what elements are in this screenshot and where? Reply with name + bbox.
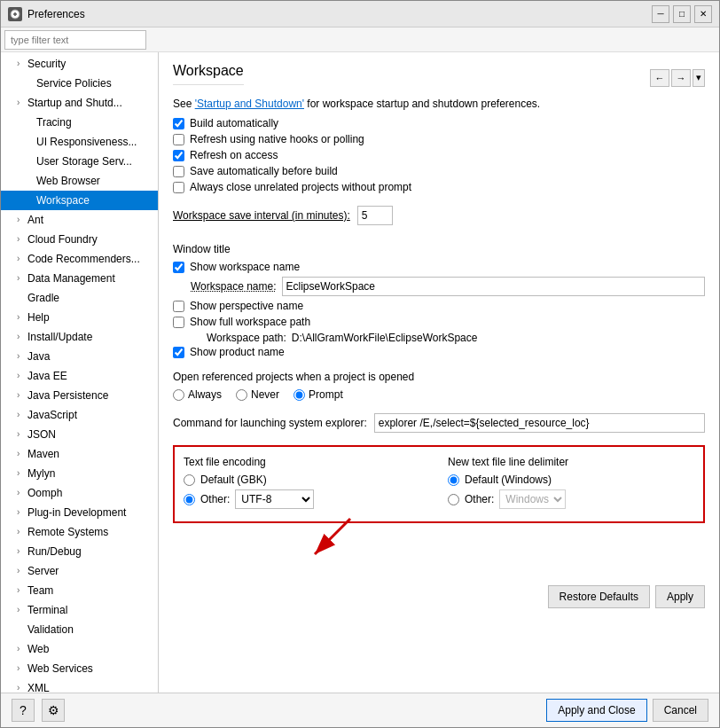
show-workspace-name-label[interactable]: Show workspace name xyxy=(190,261,300,273)
sidebar-item-ant[interactable]: ›Ant xyxy=(1,210,158,230)
sidebar-item-startup-shutdown[interactable]: ›Startup and Shutd... xyxy=(1,93,158,113)
sidebar-item-server[interactable]: ›Server xyxy=(1,561,158,581)
radio-never[interactable] xyxy=(236,389,247,401)
show-product-checkbox[interactable] xyxy=(173,347,184,358)
sidebar-label-json: JSON xyxy=(27,427,56,442)
newline-dropdown[interactable]: Windows Unix Mac xyxy=(499,489,566,509)
interval-input[interactable] xyxy=(357,206,393,225)
checkbox-label-close-unrelated[interactable]: Always close unrelated projects without … xyxy=(190,181,411,193)
encoding-other-radio[interactable] xyxy=(184,494,195,505)
sidebar-item-run-debug[interactable]: ›Run/Debug xyxy=(1,542,158,561)
encoding-dropdown[interactable]: UTF-8 GBK ISO-8859-1 xyxy=(235,489,314,509)
sidebar-item-code-recommenders[interactable]: ›Code Recommenders... xyxy=(1,249,158,269)
sidebar-item-data-management[interactable]: ›Data Management xyxy=(1,269,158,288)
checkbox-save-before-build[interactable] xyxy=(173,166,184,177)
checkbox-label-build-auto[interactable]: Build automatically xyxy=(190,117,278,129)
startup-link[interactable]: 'Startup and Shutdown' xyxy=(195,98,304,110)
radio-prompt[interactable] xyxy=(293,389,305,401)
open-projects-label: Open referenced projects when a project … xyxy=(173,371,705,383)
checkbox-label-refresh-native[interactable]: Refresh using native hooks or polling xyxy=(190,133,364,145)
sidebar-item-help[interactable]: ›Help xyxy=(1,308,158,327)
sidebar-item-user-storage[interactable]: User Storage Serv... xyxy=(1,152,158,171)
newline-default-radio[interactable] xyxy=(448,474,459,486)
workspace-name-input[interactable] xyxy=(282,277,706,296)
main-panel: Workspace ← → ▾ See 'Startup and Shutdow… xyxy=(159,52,719,693)
command-input[interactable] xyxy=(374,413,705,433)
filter-input[interactable] xyxy=(4,30,146,50)
action-buttons-row: Restore Defaults Apply xyxy=(173,585,705,608)
sidebar-item-java[interactable]: ›Java xyxy=(1,347,158,366)
svg-line-2 xyxy=(315,519,350,554)
sidebar-label-tracing: Tracing xyxy=(36,114,72,130)
show-product-label[interactable]: Show product name xyxy=(190,346,285,358)
sidebar-item-json[interactable]: ›JSON xyxy=(1,425,158,444)
sidebar-item-web-services[interactable]: ›Web Services xyxy=(1,659,158,678)
nav-dropdown-button[interactable]: ▾ xyxy=(693,69,705,87)
show-perspective-label[interactable]: Show perspective name xyxy=(190,300,303,312)
cancel-button[interactable]: Cancel xyxy=(653,699,708,722)
newline-default-label[interactable]: Default (Windows) xyxy=(465,474,552,486)
checkbox-close-unrelated[interactable] xyxy=(173,182,184,193)
sidebar-item-terminal[interactable]: ›Terminal xyxy=(1,600,158,620)
show-workspace-name-checkbox[interactable] xyxy=(173,262,184,273)
checkbox-refresh-access[interactable] xyxy=(173,150,184,161)
nav-back-button[interactable]: ← xyxy=(650,69,669,87)
command-row: Command for launching system explorer: xyxy=(173,413,705,433)
radio-always[interactable] xyxy=(173,389,184,401)
maximize-button[interactable]: □ xyxy=(673,5,691,23)
sidebar-item-workspace[interactable]: Workspace xyxy=(1,191,158,210)
apply-close-button[interactable]: Apply and Close xyxy=(546,699,646,722)
sidebar-item-validation[interactable]: Validation xyxy=(1,620,158,639)
sidebar-item-security[interactable]: ›Security xyxy=(1,54,158,74)
encoding-other-label[interactable]: Other: xyxy=(200,493,230,505)
sidebar-item-tracing[interactable]: Tracing xyxy=(1,113,158,132)
show-full-path-checkbox[interactable] xyxy=(173,317,184,328)
newline-other-radio[interactable] xyxy=(448,494,459,505)
radio-always-label[interactable]: Always xyxy=(173,388,222,401)
sidebar-item-java-ee[interactable]: ›Java EE xyxy=(1,366,158,386)
interval-label: Workspace save interval (in minutes): xyxy=(173,209,350,222)
newline-other-label[interactable]: Other: xyxy=(465,493,494,505)
sidebar-label-code-recommenders: Code Recommenders... xyxy=(27,251,140,267)
sidebar-item-web-browser[interactable]: Web Browser xyxy=(1,171,158,191)
restore-defaults-button[interactable]: Restore Defaults xyxy=(548,585,650,608)
encoding-default-radio[interactable] xyxy=(184,474,195,486)
sidebar-item-gradle[interactable]: Gradle xyxy=(1,288,158,308)
preferences-window: Preferences ─ □ ✕ ›SecurityService Polic… xyxy=(0,0,720,728)
close-button[interactable]: ✕ xyxy=(694,5,712,23)
sidebar-item-cloud-foundry[interactable]: ›Cloud Foundry xyxy=(1,230,158,249)
sidebar-item-oomph[interactable]: ›Oomph xyxy=(1,483,158,503)
radio-never-label[interactable]: Never xyxy=(236,388,279,401)
filter-toolbar xyxy=(1,27,719,52)
help-button[interactable]: ? xyxy=(12,699,35,722)
sidebar-label-ant: Ant xyxy=(27,212,43,228)
sidebar-item-plugin-development[interactable]: ›Plug-in Development xyxy=(1,503,158,522)
sidebar-item-maven[interactable]: ›Maven xyxy=(1,444,158,464)
expand-arrow-help: › xyxy=(17,309,27,325)
nav-forward-button[interactable]: → xyxy=(671,69,691,87)
checkbox-build-auto[interactable] xyxy=(173,118,184,129)
sidebar-item-ui-responsiveness[interactable]: UI Responsiveness... xyxy=(1,132,158,152)
minimize-button[interactable]: ─ xyxy=(652,5,669,23)
checkbox-refresh-native[interactable] xyxy=(173,134,184,145)
radio-group-row: Always Never Prompt xyxy=(173,388,705,401)
sidebar-item-xml[interactable]: ›XML xyxy=(1,678,158,693)
sidebar-item-install-update[interactable]: ›Install/Update xyxy=(1,327,158,347)
sidebar-item-remote-systems[interactable]: ›Remote Systems xyxy=(1,522,158,542)
sidebar-item-web[interactable]: ›Web xyxy=(1,639,158,659)
show-perspective-checkbox[interactable] xyxy=(173,301,184,312)
sidebar-item-javascript[interactable]: ›JavaScript xyxy=(1,405,158,425)
checkbox-label-refresh-access[interactable]: Refresh on access xyxy=(190,149,278,161)
main-content: ›SecurityService Policies›Startup and Sh… xyxy=(1,52,719,693)
workspace-path-row: Workspace path: D:\AllGramWorkFile\Eclip… xyxy=(207,332,705,344)
show-full-path-label[interactable]: Show full workspace path xyxy=(190,316,310,328)
sidebar-item-team[interactable]: ›Team xyxy=(1,581,158,600)
settings-button[interactable]: ⚙ xyxy=(42,699,65,722)
sidebar-item-java-persistence[interactable]: ›Java Persistence xyxy=(1,386,158,405)
sidebar-item-mylyn[interactable]: ›Mylyn xyxy=(1,464,158,483)
sidebar-item-service-policies[interactable]: Service Policies xyxy=(1,74,158,93)
checkbox-label-save-before-build[interactable]: Save automatically before build xyxy=(190,165,338,177)
encoding-default-label[interactable]: Default (GBK) xyxy=(200,474,267,486)
radio-prompt-label[interactable]: Prompt xyxy=(293,388,343,401)
apply-button[interactable]: Apply xyxy=(655,585,705,608)
